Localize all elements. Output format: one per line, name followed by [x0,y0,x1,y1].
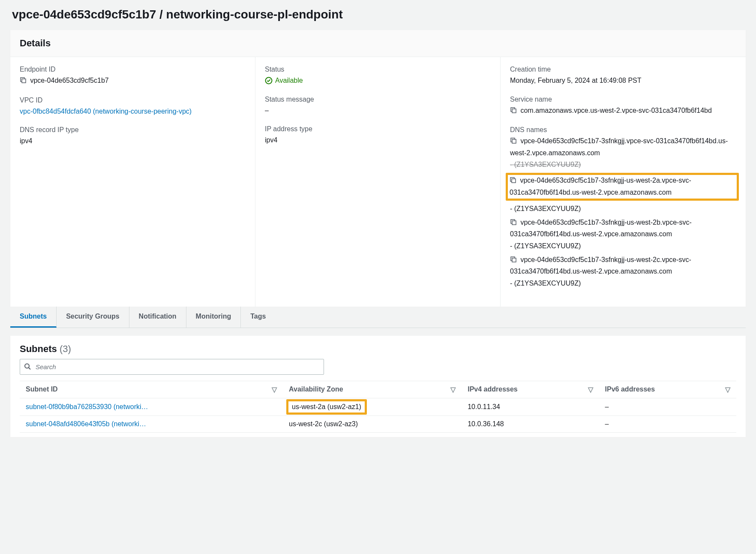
dns-names-label: DNS names [510,126,736,134]
details-panel: Details Endpoint ID vpce-04de653cd9cf5c1… [10,30,746,307]
details-col-2: Status Available Status message – IP add… [255,57,501,307]
vpc-id-label: VPC ID [20,96,246,104]
status-message-label: Status message [265,96,491,103]
sort-icon: ▽ [272,385,277,394]
subnet-id-link[interactable]: subnet-0f80b9ba762853930 (networki… [26,403,148,410]
status-text: Available [275,75,303,86]
ipv4-value: 10.0.11.34 [462,398,599,416]
status-message-value: – [265,105,491,116]
copy-icon[interactable] [510,136,517,148]
copy-icon[interactable] [510,255,517,266]
sort-icon: ▽ [450,385,456,394]
dns-hosted-zone: - (Z1YSA3EXCYUU9Z) [510,159,736,170]
search-icon [24,363,31,371]
details-col-1: Endpoint ID vpce-04de653cd9cf5c1b7 VPC I… [10,57,255,307]
sort-icon: ▽ [725,385,730,394]
highlight-box: us-west-2a (usw2-az1) [286,399,367,415]
ipv6-value: – [599,398,736,416]
tab-tags[interactable]: Tags [241,307,275,328]
dns-name-value: vpce-04de653cd9cf5c1b7-3sfnkgjj-us-west-… [510,177,691,196]
dns-hosted-zone: - (Z1YSA3EXCYUU9Z) [510,241,736,252]
tabs: SubnetsSecurity GroupsNotificationMonito… [10,307,746,328]
column-header[interactable]: IPv4 addresses▽ [462,381,599,398]
service-name-value: com.amazonaws.vpce.us-west-2.vpce-svc-03… [520,107,711,114]
svg-rect-12 [512,258,516,262]
subnets-panel: Subnets (3) Subnet ID▽Availability Zone▽… [10,336,746,437]
tab-subnets[interactable]: Subnets [10,307,57,328]
dns-name-value: vpce-04de653cd9cf5c1b7-3sfnkgjj.vpce-svc… [510,137,728,157]
tab-notification[interactable]: Notification [129,307,186,328]
subnets-table: Subnet ID▽Availability Zone▽IPv4 address… [20,381,736,433]
tab-monitoring[interactable]: Monitoring [186,307,241,328]
sort-icon: ▽ [588,385,593,394]
table-row: subnet-048afd4806e43f05b (networki…us-we… [20,416,736,433]
dns-record-ip-type-label: DNS record IP type [20,126,246,134]
copy-icon[interactable] [510,218,517,229]
svg-rect-6 [512,139,516,143]
status-label: Status [265,66,491,73]
copy-icon[interactable] [510,176,516,187]
subnets-title: Subnets [20,343,57,354]
column-header[interactable]: Availability Zone▽ [283,381,462,398]
vpc-id-link[interactable]: vpc-0fbc84d54fdcfa640 (networking-course… [20,108,192,115]
details-heading: Details [10,30,746,57]
highlight-box: vpce-04de653cd9cf5c1b7-3sfnkgjj-us-west-… [506,173,739,201]
status-value: Available [265,75,303,86]
dns-names-list: vpce-04de653cd9cf5c1b7-3sfnkgjj.vpce-svc… [510,135,736,289]
subnets-count: (3) [60,343,71,354]
ipv4-value: 10.0.36.148 [462,416,599,433]
svg-rect-1 [22,79,26,83]
creation-time-label: Creation time [510,66,736,73]
svg-rect-10 [512,221,516,225]
svg-rect-4 [512,109,516,113]
dns-record-ip-type-value: ipv4 [20,135,246,147]
endpoint-id-label: Endpoint ID [20,66,246,73]
details-col-3: Creation time Monday, February 5, 2024 a… [501,57,746,307]
ipv6-value: – [599,416,736,433]
dns-hosted-zone: - (Z1YSA3EXCYUU9Z) [510,203,736,214]
dns-name-value: vpce-04de653cd9cf5c1b7-3sfnkgjj-us-west-… [510,256,691,275]
ip-address-type-label: IP address type [265,125,491,133]
dns-name-value: vpce-04de653cd9cf5c1b7-3sfnkgjj-us-west-… [510,219,692,238]
subnet-id-link[interactable]: subnet-048afd4806e43f05b (networki… [26,420,146,428]
creation-time-value: Monday, February 5, 2024 at 16:49:08 PST [510,75,736,86]
svg-rect-8 [512,179,516,183]
page-title: vpce-04de653cd9cf5c1b7 / networking-cour… [0,0,756,30]
column-header[interactable]: IPv6 addresses▽ [599,381,736,398]
az-value: us-west-2c (usw2-az3) [283,416,462,433]
ip-address-type-value: ipv4 [265,135,491,146]
column-header[interactable]: Subnet ID▽ [20,381,283,398]
dns-hosted-zone: - (Z1YSA3EXCYUU9Z) [510,278,736,289]
search-input[interactable] [20,359,324,375]
svg-point-13 [25,364,29,368]
copy-icon[interactable] [510,106,517,117]
service-name-label: Service name [510,96,736,103]
tab-security-groups[interactable]: Security Groups [57,307,129,328]
svg-line-14 [29,367,30,369]
table-row: subnet-0f80b9ba762853930 (networki…us-we… [20,398,736,416]
copy-icon[interactable] [20,76,27,87]
endpoint-id-value: vpce-04de653cd9cf5c1b7 [30,77,108,84]
